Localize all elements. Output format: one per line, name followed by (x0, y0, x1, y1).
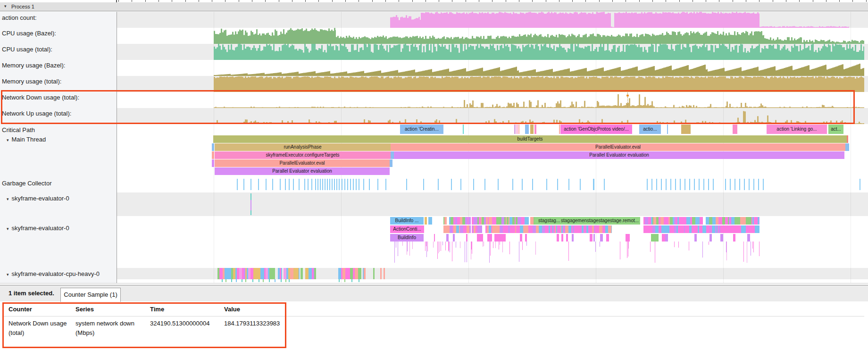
gc-tick[interactable] (327, 179, 328, 190)
gc-tick[interactable] (546, 179, 547, 190)
trace-slice[interactable] (373, 268, 375, 279)
critical-path-block[interactable] (534, 125, 536, 134)
trace-slice[interactable] (626, 234, 629, 242)
trace-slice[interactable] (520, 225, 523, 233)
gc-tick[interactable] (753, 179, 754, 190)
collapse-arrow-icon[interactable]: ▾ (7, 197, 9, 201)
track-action-count[interactable] (117, 12, 868, 28)
gc-tick[interactable] (593, 179, 594, 190)
critical-path-block[interactable] (514, 125, 516, 134)
trace-slice[interactable] (695, 217, 699, 225)
gc-tick[interactable] (299, 179, 300, 190)
flame-block[interactable] (390, 159, 392, 167)
critical-path-block[interactable]: actio... (639, 125, 661, 134)
skyframe-block[interactable]: ActionConti... (390, 225, 424, 233)
gc-tick[interactable] (763, 179, 764, 190)
trace-slice[interactable] (314, 268, 316, 279)
stage-remote-block[interactable]: stagstag...stagagemenstagestagestage.rem… (534, 217, 640, 225)
critical-path-block[interactable] (517, 125, 517, 134)
trace-slice[interactable] (706, 217, 709, 225)
track-memory-usage-total[interactable] (117, 76, 868, 92)
trace-slice[interactable] (665, 234, 668, 242)
trace-slice[interactable] (525, 234, 527, 242)
trace-slice[interactable] (520, 234, 522, 242)
gc-tick[interactable] (703, 179, 704, 190)
gc-tick[interactable] (473, 179, 474, 190)
gc-tick[interactable] (661, 179, 662, 190)
critical-path-block[interactable] (681, 125, 691, 134)
gc-tick[interactable] (451, 179, 452, 190)
critical-path-block[interactable] (667, 125, 668, 134)
skyframe-block[interactable]: BuildInfo (390, 234, 424, 242)
trace-slice[interactable] (735, 225, 739, 233)
trace-slice[interactable] (566, 234, 568, 242)
trace-slice[interactable] (759, 217, 760, 225)
critical-path-block[interactable] (518, 125, 519, 134)
trace-slice[interactable] (527, 217, 529, 225)
gc-tick[interactable] (680, 179, 681, 190)
gc-tick[interactable] (694, 179, 695, 190)
trace-slice[interactable] (557, 225, 560, 233)
flame-block[interactable]: runAnalysisPhase (215, 143, 391, 151)
track-label-skyframe-evaluator-0[interactable]: ▾skyframe-evaluator-0 (7, 225, 69, 232)
trace-slice[interactable] (380, 268, 382, 279)
trace-slice[interactable] (300, 268, 303, 279)
trace-slice[interactable] (281, 268, 282, 279)
critical-path-block[interactable]: act... (828, 125, 843, 134)
gc-tick[interactable] (512, 179, 513, 190)
flame-block[interactable]: Parallel Evaluator evaluation (215, 167, 390, 175)
gc-tick[interactable] (311, 179, 312, 190)
track-network-down-usage-total[interactable] (117, 92, 868, 108)
gc-tick[interactable] (266, 179, 267, 190)
trace-slice[interactable] (489, 234, 492, 242)
flame-block[interactable] (212, 159, 214, 167)
track-network-up-usage-total[interactable] (117, 108, 868, 124)
trace-slice[interactable] (593, 234, 595, 242)
trace-slice[interactable] (629, 234, 630, 242)
trace-slice[interactable] (539, 225, 542, 233)
trace-slice[interactable] (355, 268, 358, 279)
trace-slice[interactable] (645, 217, 648, 225)
critical-path-block[interactable] (559, 125, 560, 134)
gc-tick[interactable] (484, 179, 485, 190)
gc-tick[interactable] (532, 179, 533, 190)
gc-tick[interactable] (322, 179, 323, 190)
flame-block[interactable]: buildTargets (213, 135, 847, 143)
gc-tick[interactable] (423, 179, 424, 190)
gc-tick[interactable] (243, 179, 244, 190)
trace-slice[interactable] (611, 225, 612, 233)
trace-slice[interactable] (446, 234, 449, 242)
trace-slice[interactable] (643, 225, 647, 233)
gc-tick[interactable] (656, 179, 657, 190)
gc-tick[interactable] (350, 179, 351, 190)
collapse-arrow-icon[interactable]: ▾ (7, 272, 9, 277)
trace-slice[interactable] (228, 268, 231, 279)
collapse-arrow-icon[interactable]: ▾ (7, 138, 9, 142)
trace-slice[interactable] (480, 234, 483, 242)
skyframe-block[interactable] (651, 234, 659, 242)
gc-tick[interactable] (315, 179, 316, 190)
trace-slice[interactable] (466, 234, 467, 242)
flame-block[interactable]: ParallelEvaluator.eval (391, 143, 845, 151)
trace-slice[interactable] (662, 234, 665, 242)
gc-tick[interactable] (308, 179, 309, 190)
gc-tick[interactable] (725, 179, 726, 190)
gc-tick[interactable] (285, 179, 286, 190)
trace-slice[interactable] (347, 268, 350, 279)
trace-slice[interactable] (600, 234, 603, 242)
critical-path-block[interactable]: action 'Creatin... (400, 125, 443, 134)
trace-slice[interactable] (460, 225, 463, 233)
gc-tick[interactable] (580, 179, 581, 190)
trace-slice[interactable] (446, 225, 450, 233)
trace-slice[interactable] (565, 225, 568, 233)
trace-slice[interactable] (648, 225, 651, 233)
critical-path-block[interactable] (733, 125, 737, 134)
gc-tick[interactable] (557, 179, 558, 190)
gc-tick[interactable] (385, 179, 386, 190)
critical-path-block[interactable]: action 'GenObjcProtos video/... (560, 125, 632, 134)
track-label-skyframe-evaluator-cpu-heavy-0[interactable]: ▾skyframe-evaluator-cpu-heavy-0 (7, 270, 100, 277)
trace-slice[interactable] (725, 225, 728, 233)
trace-slice[interactable] (731, 217, 734, 225)
trace-slice[interactable] (720, 234, 723, 242)
collapse-arrow-icon[interactable]: ▾ (7, 226, 9, 231)
